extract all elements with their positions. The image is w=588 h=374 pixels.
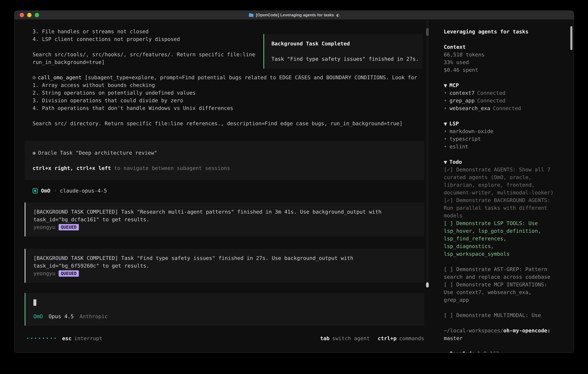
record-icon: ◉ (32, 150, 36, 156)
spinner-dots-icon: •••••••• (26, 334, 58, 342)
app-version: •OpenCode1.0.163 (444, 350, 559, 353)
background-task-message: [BACKGROUND TASK COMPLETED] Task "Resear… (25, 202, 424, 237)
log-line: 4. Path operations that don't handle Win… (25, 104, 424, 112)
todo-section-header[interactable]: ▼Todo (444, 158, 559, 166)
bullet-icon: • (444, 351, 447, 353)
traffic-lights (20, 13, 39, 17)
background-task-message: [BACKGROUND TASK COMPLETED] Task "Find t… (25, 249, 424, 283)
lsp-item: •markdown-oxide (444, 127, 559, 135)
mcp-section-header[interactable]: ▼MCP (444, 82, 559, 89)
bullet-icon: • (444, 105, 447, 111)
mcp-item: •context7Connected (444, 89, 559, 97)
message-line: [BACKGROUND TASK COMPLETED] Task "Resear… (33, 208, 416, 216)
tool-args: [subagent_type=explore, prompt=Find pote… (85, 74, 417, 80)
esc-key-label: interrupt (74, 334, 103, 342)
bullet-icon: • (444, 98, 447, 104)
main-scrollbar-thumb[interactable] (426, 282, 429, 288)
agent-name: OmO (41, 187, 50, 195)
half-moon-icon: ◐ (336, 13, 340, 17)
tab-key-hint: tab (320, 334, 329, 342)
message-meta: yeongyuQUEUED (33, 270, 416, 277)
prompt-model-row: OmO Opus 4.5 Anthropic (33, 312, 416, 320)
message-line: task_id="bg_6f59260c" to get results. (33, 262, 416, 270)
tab-key-label: switch agent (332, 334, 370, 342)
agent-header: OmO · claude-opus-4-5 (25, 187, 424, 195)
log-line: 2. String operations on potentially unde… (25, 89, 424, 97)
message-meta: yeongyuQUEUED (33, 223, 416, 231)
log-line: 3. Division operations that could divide… (25, 97, 424, 104)
message-line: task_id="bg_dcfac161" to get results. (33, 216, 416, 223)
message-line: [BACKGROUND TASK COMPLETED] Task "Find t… (33, 254, 416, 262)
oracle-task-title: ◉Oracle Task "Deep architecture review" (32, 149, 416, 157)
todo-item: [ ] Demonstrate LSP TOOLS: Use lsp_hover… (444, 219, 559, 258)
statusbar: •••••••• esc interrupt tab switch agent … (25, 334, 424, 342)
bullet-icon: • (444, 136, 447, 142)
esc-key-hint: esc (62, 334, 72, 342)
main-terminal-area: 3. File handles or streams not closed 4.… (14, 20, 434, 353)
bullet-icon: • (444, 144, 447, 150)
context-used: 33% used (444, 58, 559, 66)
message-author: yeongyu (33, 224, 55, 230)
shortcut-desc: to navigate between subagent sessions (111, 165, 230, 171)
todo-item: [ ] Demonstrate MCP INTEGRATIONS: Use co… (444, 281, 559, 304)
minimize-button[interactable] (27, 13, 32, 17)
todo-item: [✓] Demonstrate AGENTS: Show all 7 curat… (444, 166, 559, 197)
main-scrollbar-thumb-top[interactable] (426, 28, 429, 36)
oracle-shortcut-hint: ctrl+x right, ctrl+x left to navigate be… (32, 164, 416, 172)
input-model-name: Opus 4.5 (49, 312, 74, 320)
toast-notification: Background Task Completed Task "Find typ… (263, 34, 423, 69)
mcp-item: •grep_appConnected (444, 97, 559, 104)
lsp-section-header[interactable]: ▼LSP (444, 120, 559, 127)
session-title: Leveraging agents for tasks (444, 28, 559, 35)
window-title: [OpenCode] Leveraging agents for tasks ◐ (249, 13, 340, 17)
queued-badge: QUEUED (59, 270, 79, 277)
context-spent: $0.46 spent (444, 66, 559, 74)
main-scrollbar-track[interactable] (426, 20, 429, 288)
ctrlp-key-label: commands (399, 334, 424, 342)
context-heading: Context (444, 43, 559, 51)
shortcut-keys: ctrl+x right, ctrl+x left (32, 165, 111, 171)
workspace-path: ~/local-workspaces/oh-my-opencode: (444, 327, 559, 334)
gear-icon: ⚙ (32, 74, 36, 80)
toast-body: Task "Find type safety issues" finished … (272, 55, 416, 63)
mcp-item: •websearch_exaConnected (444, 104, 559, 112)
lsp-item: •eslint (444, 143, 559, 150)
todo-item: [ ] Demonstrate AST-GREP: Pattern search… (444, 265, 559, 281)
oracle-task-panel: ◉Oracle Task "Deep architecture review" … (25, 141, 424, 180)
agent-model: claude-opus-4-5 (60, 187, 107, 195)
window-title-text: [OpenCode] Leveraging agents for tasks (256, 13, 334, 17)
toast-title: Background Task Completed (272, 40, 416, 47)
tool-call-line: ⚙call_omo_agent [subagent_type=explore, … (25, 74, 424, 81)
workspace-branch: master (444, 334, 559, 342)
input-agent-name: OmO (33, 312, 43, 320)
bullet-icon: • (444, 128, 447, 134)
ctrlp-key-hint: ctrl+p (378, 334, 397, 342)
chevron-down-icon: ▼ (444, 121, 447, 126)
lsp-item: •typescript (444, 135, 559, 143)
input-provider-name: Anthropic (79, 312, 108, 320)
chevron-down-icon: ▼ (444, 83, 447, 88)
tool-name: call_omo_agent (38, 74, 82, 80)
close-button[interactable] (20, 13, 24, 17)
queued-badge: QUEUED (59, 224, 79, 230)
app-window: [OpenCode] Leveraging agents for tasks ◐… (14, 10, 574, 353)
titlebar: [OpenCode] Leveraging agents for tasks ◐ (14, 11, 574, 20)
todo-item: [✓] Demonstrate BACKGROUND AGENTS: Run p… (444, 197, 559, 219)
prompt-input[interactable]: OmO Opus 4.5 Anthropic (25, 293, 424, 326)
prompt-cursor-row[interactable] (33, 298, 416, 306)
todo-item: [ ] Demonstrate MULTIMODAL: Use (444, 311, 559, 319)
folder-icon (249, 13, 254, 17)
context-tokens: 66,518 tokens (444, 51, 559, 58)
sidebar-scrollbar-thumb[interactable] (570, 26, 572, 50)
maximize-button[interactable] (35, 13, 39, 17)
sidebar: Leveraging agents for tasks Context 66,5… (434, 20, 574, 353)
text-cursor (33, 299, 36, 306)
chevron-down-icon: ▼ (444, 160, 447, 165)
message-author: yeongyu (33, 270, 55, 276)
log-line: 1. Array access without bounds checking (25, 81, 424, 89)
agent-separator: · (53, 187, 57, 195)
omo-agent-icon (32, 188, 38, 193)
log-line: Search src/ directory. Return specific f… (25, 120, 424, 127)
bullet-icon: • (444, 90, 447, 96)
